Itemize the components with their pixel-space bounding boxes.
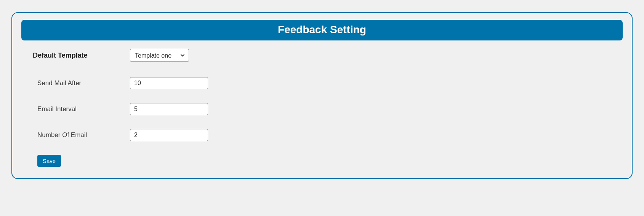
feedback-settings-panel: Feedback Setting Default Template Templa… xyxy=(11,12,633,179)
email-interval-label: Email Interval xyxy=(33,105,130,113)
panel-title: Feedback Setting xyxy=(21,20,623,40)
save-button[interactable]: Save xyxy=(37,155,61,167)
send-mail-after-input[interactable] xyxy=(130,77,208,89)
default-template-label: Default Template xyxy=(33,52,130,60)
number-of-email-label: Number Of Email xyxy=(33,131,130,139)
button-row: Save xyxy=(21,155,623,167)
number-of-email-input[interactable] xyxy=(130,129,208,141)
number-of-email-row: Number Of Email xyxy=(21,129,623,141)
default-template-row: Default Template Template one xyxy=(21,49,623,62)
send-mail-after-row: Send Mail After xyxy=(21,77,623,89)
default-template-select-wrap: Template one xyxy=(130,49,189,62)
send-mail-after-label: Send Mail After xyxy=(33,79,130,87)
default-template-select[interactable]: Template one xyxy=(130,49,189,62)
email-interval-input[interactable] xyxy=(130,103,208,115)
email-interval-row: Email Interval xyxy=(21,103,623,115)
